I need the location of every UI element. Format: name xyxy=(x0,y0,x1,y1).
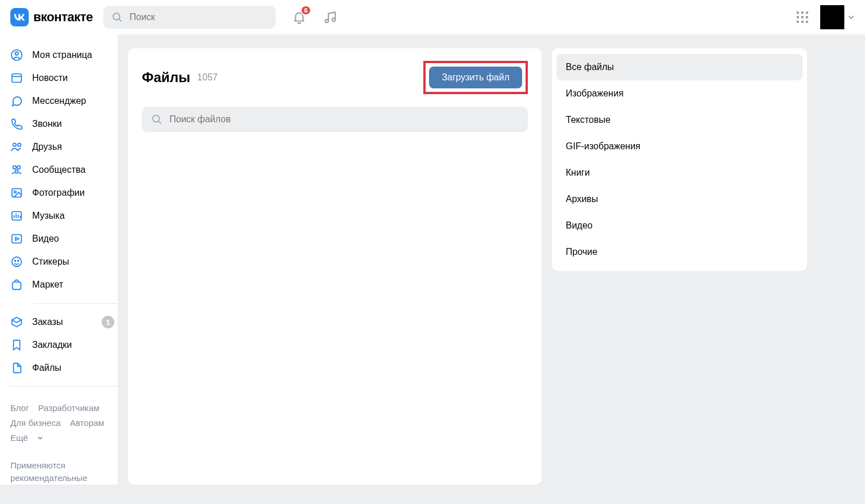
search-icon xyxy=(111,11,123,23)
filter-panel: Все файлы Изображения Текстовые GIF-изоб… xyxy=(552,48,807,271)
svg-point-20 xyxy=(17,166,20,169)
sidebar-item-label: Сообщества xyxy=(32,165,86,175)
orders-badge: 1 xyxy=(102,316,114,328)
page-title: Файлы xyxy=(142,69,190,86)
svg-point-19 xyxy=(13,166,16,169)
svg-rect-25 xyxy=(12,235,22,243)
layout: Моя страница Новости Мессенджер Звонки Д… xyxy=(0,34,865,484)
vk-logo-icon xyxy=(10,8,29,26)
sidebar-item-communities[interactable]: Сообщества xyxy=(10,158,118,181)
svg-point-30 xyxy=(153,115,160,122)
header-icons: 6 xyxy=(292,10,338,25)
sidebar: Моя страница Новости Мессенджер Звонки Д… xyxy=(0,34,118,484)
svg-point-23 xyxy=(14,191,16,193)
avatar xyxy=(820,5,844,29)
upload-button[interactable]: Загрузить файл xyxy=(429,67,522,88)
notifications-button[interactable]: 6 xyxy=(292,10,307,25)
search-icon xyxy=(151,114,163,125)
sidebar-item-files[interactable]: Файлы xyxy=(10,356,118,379)
footer-more[interactable]: Ещё xyxy=(10,431,118,445)
sidebar-item-label: Заказы xyxy=(32,317,63,327)
filter-text[interactable]: Текстовые xyxy=(552,107,807,133)
bookmark-icon xyxy=(10,339,24,351)
highlight-frame: Загрузить файл xyxy=(423,61,528,94)
sticker-icon xyxy=(10,255,24,268)
svg-point-21 xyxy=(15,170,18,173)
news-icon xyxy=(10,72,24,84)
friends-icon xyxy=(10,141,24,153)
footer-authors[interactable]: Авторам xyxy=(70,418,105,428)
footer-business[interactable]: Для бизнеса xyxy=(10,418,61,428)
sidebar-item-bookmarks[interactable]: Закладки xyxy=(10,334,118,356)
svg-point-2 xyxy=(325,20,328,22)
svg-point-26 xyxy=(12,257,22,267)
sidebar-item-label: Закладки xyxy=(32,340,72,350)
sidebar-item-my-page[interactable]: Моя страница xyxy=(10,44,118,67)
filter-video[interactable]: Видео xyxy=(552,212,807,239)
svg-rect-9 xyxy=(806,16,808,18)
apps-button[interactable] xyxy=(796,11,809,24)
sidebar-item-photos[interactable]: Фотографии xyxy=(10,181,118,204)
header: вконтакте 6 xyxy=(0,0,865,34)
file-count: 1057 xyxy=(197,72,218,83)
sidebar-item-friends[interactable]: Друзья xyxy=(10,135,118,158)
profile-menu[interactable] xyxy=(820,5,855,29)
svg-point-27 xyxy=(14,260,16,261)
separator xyxy=(10,386,118,387)
file-search[interactable] xyxy=(142,107,528,132)
svg-point-18 xyxy=(18,144,21,147)
sidebar-item-label: Видео xyxy=(32,234,59,244)
svg-rect-10 xyxy=(797,21,799,23)
logo-text: вконтакте xyxy=(33,10,93,25)
svg-point-14 xyxy=(15,52,18,56)
notification-badge: 6 xyxy=(300,5,311,15)
footer-note: Применяются рекомендательные xyxy=(10,459,118,484)
photo-icon xyxy=(10,187,24,199)
footer-developers[interactable]: Разработчикам xyxy=(38,403,99,413)
filter-all[interactable]: Все файлы xyxy=(557,54,802,80)
sidebar-item-label: Мессенджер xyxy=(32,96,86,106)
filter-archives[interactable]: Архивы xyxy=(552,186,807,212)
filter-gif[interactable]: GIF-изображения xyxy=(552,133,807,160)
svg-rect-11 xyxy=(801,21,804,23)
sidebar-item-stickers[interactable]: Стикеры xyxy=(10,250,118,273)
svg-rect-8 xyxy=(801,16,804,18)
svg-rect-29 xyxy=(13,282,21,289)
content-panel: Файлы 1057 Загрузить файл xyxy=(128,48,542,484)
sidebar-item-label: Звонки xyxy=(32,119,62,129)
sidebar-item-music[interactable]: Музыка xyxy=(10,204,118,227)
sidebar-item-news[interactable]: Новости xyxy=(10,67,118,90)
search-input[interactable] xyxy=(130,12,268,22)
svg-point-0 xyxy=(113,13,119,20)
svg-rect-5 xyxy=(801,11,804,14)
phone-icon xyxy=(10,118,24,130)
sidebar-item-label: Музыка xyxy=(32,211,65,221)
music-icon xyxy=(323,10,338,25)
main: Файлы 1057 Загрузить файл Все файлы Изоб… xyxy=(128,34,855,484)
sidebar-item-label: Моя страница xyxy=(32,50,92,60)
user-icon xyxy=(10,49,24,61)
sidebar-item-orders[interactable]: Заказы 1 xyxy=(10,311,118,334)
sidebar-item-calls[interactable]: Звонки xyxy=(10,113,118,135)
filter-other[interactable]: Прочие xyxy=(552,239,807,265)
sidebar-item-market[interactable]: Маркет xyxy=(10,273,118,296)
file-search-input[interactable] xyxy=(169,114,519,125)
sidebar-item-label: Новости xyxy=(32,73,68,83)
logo[interactable]: вконтакте xyxy=(10,8,93,26)
footer-blog[interactable]: Блог xyxy=(10,403,29,413)
filter-books[interactable]: Книги xyxy=(552,160,807,186)
header-search[interactable] xyxy=(103,6,276,29)
content-header: Файлы 1057 Загрузить файл xyxy=(142,61,528,94)
svg-line-1 xyxy=(119,19,121,21)
sidebar-item-video[interactable]: Видео xyxy=(10,227,118,250)
svg-point-3 xyxy=(332,18,335,21)
box-icon xyxy=(10,316,24,328)
separator xyxy=(33,303,118,304)
music-button[interactable] xyxy=(323,10,338,25)
chevron-down-icon xyxy=(848,14,855,21)
sidebar-item-label: Друзья xyxy=(32,142,62,152)
filter-images[interactable]: Изображения xyxy=(552,80,807,107)
svg-line-31 xyxy=(159,121,161,123)
chevron-down-icon xyxy=(37,435,43,441)
sidebar-item-messenger[interactable]: Мессенджер xyxy=(10,90,118,113)
